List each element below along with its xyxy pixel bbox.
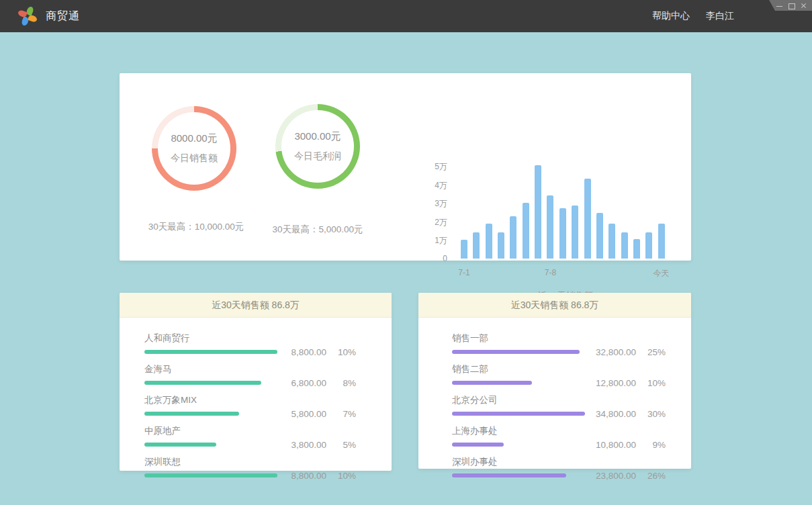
x-axis-tick-label: 7-8 (545, 268, 556, 277)
item-percent: 10% (326, 347, 356, 357)
item-progress-bar (144, 473, 277, 477)
list-item: 人和商贸行8,800.0010% (144, 332, 356, 354)
minimize-icon[interactable] (776, 3, 782, 9)
chart-bar (461, 240, 467, 259)
chart-bar (559, 208, 566, 259)
today-sales-donut-chart: 8000.00元 今日销售额 (152, 106, 236, 191)
item-name: 销售一部 (452, 332, 666, 345)
chart-bar (608, 224, 615, 259)
y-axis-tick-label: 2万 (435, 217, 447, 228)
list-item: 北京分公司34,800.0030% (452, 394, 666, 416)
list-item: 上海办事处10,800.009% (452, 425, 666, 447)
chart-bar (621, 232, 628, 259)
department-ranking-card: 近30天销售额 86.8万 销售一部32,800.0025%销售二部12,800… (418, 293, 691, 469)
item-name: 北京分公司 (452, 394, 666, 406)
chart-bar (633, 239, 640, 259)
chart-bar (547, 195, 553, 259)
y-axis: 5万4万3万2万1万0 (435, 161, 447, 264)
item-percent: 10% (326, 471, 356, 481)
chart-bar (584, 179, 591, 259)
today-profit-value: 3000.00元 (294, 130, 341, 143)
app-logo-pinwheel-icon (19, 7, 36, 25)
item-name: 销售二部 (452, 363, 666, 375)
item-values: 3,800.005% (291, 440, 356, 450)
chart-bar (510, 216, 516, 259)
item-percent: 5% (326, 440, 356, 450)
item-name: 深圳联想 (144, 456, 356, 468)
customer-ranking-card: 近30天销售额 86.8万 人和商贸行8,800.0010%金海马6,800.0… (120, 293, 392, 471)
item-progress-bar (144, 381, 261, 385)
today-sales-value: 8000.00元 (171, 132, 217, 145)
item-percent: 10% (636, 378, 666, 388)
daily-sales-bar-chart: 5万4万3万2万1万0 7-17-8今天 近14天销售额 (435, 166, 691, 307)
y-axis-tick-label: 1万 (435, 235, 447, 246)
item-name: 上海办事处 (452, 425, 666, 437)
today-profit-donut-chart: 3000.00元 今日毛利润 (275, 104, 360, 189)
item-values: 32,800.0025% (596, 347, 666, 357)
item-name: 北京万象MIX (144, 394, 356, 406)
item-progress-bar (144, 443, 216, 447)
close-icon[interactable] (801, 3, 807, 9)
item-amount: 6,800.00 (291, 378, 326, 388)
y-axis-tick-label: 4万 (435, 180, 447, 191)
chart-bar (473, 232, 480, 259)
list-item: 销售二部12,800.0010% (452, 363, 666, 385)
item-progress-bar (452, 473, 566, 477)
item-amount: 34,800.00 (596, 409, 636, 419)
y-axis-tick-label: 5万 (435, 161, 447, 173)
item-amount: 10,800.00 (596, 440, 636, 450)
y-axis-tick-label: 0 (443, 254, 447, 263)
item-name: 中原地产 (144, 425, 356, 437)
user-name-menu[interactable]: 李白江 (706, 10, 734, 22)
chart-bar (498, 232, 504, 259)
item-name: 人和商贸行 (144, 332, 356, 345)
chart-bar (486, 224, 492, 259)
today-sales-donut-center: 8000.00元 今日销售额 (158, 112, 230, 185)
customer-ranking-list: 人和商贸行8,800.0010%金海马6,800.008%北京万象MIX5,80… (120, 318, 392, 477)
item-values: 8,800.0010% (291, 347, 356, 357)
item-percent: 25% (636, 347, 666, 357)
item-amount: 32,800.00 (596, 347, 636, 357)
item-amount: 5,800.00 (291, 409, 326, 419)
sales-30day-max-note: 30天最高：10,000.00元 (136, 221, 257, 233)
item-values: 23,800.0026% (596, 471, 666, 481)
item-amount: 8,800.00 (291, 471, 326, 481)
item-values: 34,800.0030% (596, 409, 666, 419)
item-values: 10,800.009% (596, 440, 666, 450)
item-progress-bar (144, 350, 277, 354)
x-axis: 7-17-8今天 (461, 268, 670, 279)
list-item: 深圳办事处23,800.0026% (452, 456, 666, 477)
chart-bar (523, 203, 529, 259)
item-progress-bar (452, 381, 532, 385)
item-amount: 3,800.00 (291, 440, 326, 450)
chart-bar (572, 205, 578, 259)
chart-bar (535, 165, 541, 259)
item-percent: 7% (326, 409, 356, 419)
window-controls (769, 0, 812, 11)
item-amount: 12,800.00 (596, 378, 636, 388)
item-name: 金海马 (144, 363, 356, 375)
help-center-link[interactable]: 帮助中心 (652, 10, 690, 22)
item-progress-bar (144, 412, 239, 416)
chart-bar (658, 224, 665, 259)
item-values: 5,800.007% (291, 409, 356, 419)
profit-30day-max-note: 30天最高：5,000.00元 (257, 224, 378, 236)
item-progress-bar (452, 412, 585, 416)
item-percent: 26% (636, 471, 666, 481)
item-percent: 8% (326, 378, 356, 388)
today-summary-card: 8000.00元 今日销售额 3000.00元 今日毛利润 30天最高：10,0… (120, 73, 691, 261)
customer-ranking-title: 近30天销售额 86.8万 (120, 293, 392, 318)
list-item: 北京万象MIX5,800.007% (144, 394, 356, 416)
today-profit-donut-center: 3000.00元 今日毛利润 (281, 110, 354, 183)
daily-bar-plot (461, 166, 670, 259)
item-values: 8,800.0010% (291, 471, 356, 481)
today-sales-label: 今日销售额 (171, 152, 218, 165)
chart-bar (645, 232, 652, 259)
list-item: 金海马6,800.008% (144, 363, 356, 385)
item-values: 6,800.008% (291, 378, 356, 388)
logo-petal-orange (28, 14, 38, 23)
x-axis-tick-label: 7-1 (458, 268, 469, 277)
maximize-icon[interactable] (788, 3, 795, 9)
titlebar: 商贸通 帮助中心 李白江 (0, 0, 812, 32)
department-ranking-title: 近30天销售额 86.8万 (418, 293, 691, 318)
